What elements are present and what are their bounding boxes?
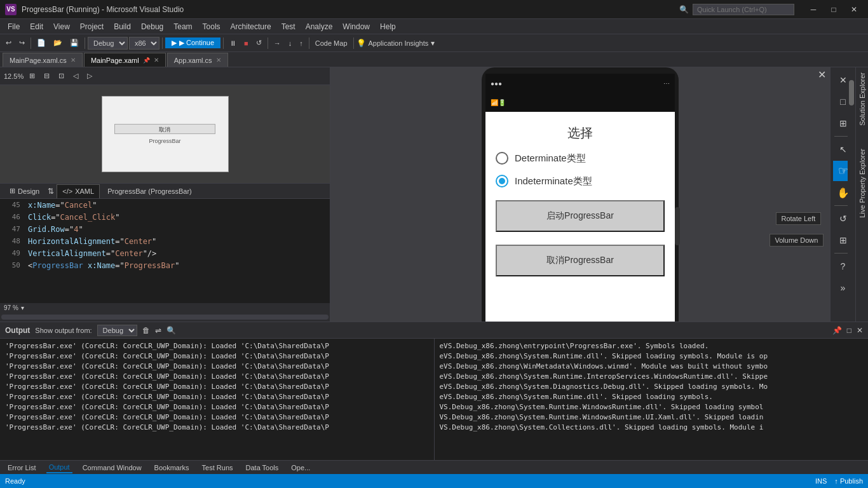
output-find-btn[interactable]: 🔍 [166,326,176,335]
artboard-options[interactable]: ▷ [84,69,95,83]
tab-close-app-cs[interactable]: ✕ [216,57,221,64]
menu-architecture[interactable]: Architecture [226,21,276,32]
output-line-1: 'ProgressBar.exe' (CoreCLR: CoreCLR_UWP_… [5,341,429,351]
platform-select[interactable]: x86 [129,37,159,50]
publish-button[interactable]: ↑ Publish [834,477,863,485]
menu-view[interactable]: View [48,21,75,32]
toolbar-pause[interactable]: ⏸ [226,36,240,50]
output-dock-btn[interactable]: 📌 [832,326,842,335]
output-line-8: 'ProgressBar.exe' (CoreCLR: CoreCLR_UWP_… [5,412,429,423]
grid-snap-btn[interactable]: ⊞ [26,69,38,83]
minimize-button[interactable]: ─ [804,3,822,16]
xaml-tab[interactable]: </> XAML [57,184,100,198]
code-editor[interactable]: 45 x:Name="Cancel" 46 Click="Cancel_Clic… [0,199,330,303]
menu-help[interactable]: Help [375,21,401,32]
output-clear-btn[interactable]: 🗑 [142,326,150,335]
swap-btn[interactable]: ⇅ [48,187,54,196]
zoom-out-btn[interactable]: ◁ [70,69,81,83]
solution-explorer-label[interactable]: Solution Explorer [857,67,867,131]
right-vscroll-track[interactable] [848,67,855,322]
toolbar-step-into[interactable]: ↓ [285,36,295,50]
tab-bookmarks[interactable]: Bookmarks [152,463,192,473]
search-icon: 🔍 [679,5,689,14]
menu-build[interactable]: Build [109,21,136,32]
toolbar-new[interactable]: 📄 [34,36,49,50]
menu-project[interactable]: Project [75,21,109,32]
cancel-progressbar-button[interactable]: 取消ProgressBar [496,245,665,276]
radio-determinate[interactable] [496,152,508,165]
xaml-tag-icon: </> [62,187,72,195]
menu-edit[interactable]: Edit [25,21,48,32]
phone-status-icons: 📶🔋 [491,99,506,106]
tab-ope[interactable]: Ope... [288,463,313,473]
output-right-content: eVS.Debug_x86.zhong\entrypoint\ProgressB… [435,339,869,460]
toolbar: ↩ ↪ 📄 📂 💾 Debug x86 ▶ ▶ Continue ⏸ ■ ↺ →… [0,34,868,52]
close-button[interactable]: ✕ [845,3,863,16]
quicklaunch-area: 🔍 [679,4,794,15]
toolbar-step-out[interactable]: ↑ [296,36,306,50]
tab-close-mainpage-xaml[interactable]: ✕ [154,57,159,64]
left-hscroll[interactable] [0,313,330,322]
menu-analyze[interactable]: Analyze [301,21,338,32]
menu-file[interactable]: File [3,21,25,32]
output-source-select[interactable]: Debug [97,325,137,336]
live-property-label[interactable]: Live Property Explorer [857,144,867,223]
zoom-value: 97 % [4,304,18,311]
right-tools-panel: ✕ □ ⊞ ↖ ☞ ✋ ↺ Rotate Left ⊞ Volume Down … [830,67,855,322]
toolbar-restart[interactable]: ↺ [253,36,265,50]
tab-command-window[interactable]: Command Window [80,463,144,473]
toolbar-open[interactable]: 📂 [50,36,65,50]
zoom-to-fit[interactable]: ⊡ [55,69,67,83]
debug-config-select[interactable]: Debug [88,37,128,50]
tab-test-runs[interactable]: Test Runs [200,463,236,473]
restore-button[interactable]: □ [825,3,843,16]
phone-close-button[interactable]: ✕ [818,69,826,81]
code-line-48: 48 HorizontalAlignment="Center" [0,235,330,247]
continue-button[interactable]: ▶ ▶ Continue [165,37,220,48]
radio-option-indeterminate: Indeterminate类型 [496,175,665,187]
output-close-btn[interactable]: ✕ [857,326,863,335]
main-container: VS ProgressBar (Running) - Microsoft Vis… [0,0,868,488]
tab-app-xaml-cs[interactable]: App.xaml.cs ✕ [167,53,228,67]
output-line-2: 'ProgressBar.exe' (CoreCLR: CoreCLR_UWP_… [5,351,429,362]
document-tabs: MainPage.xaml.cs ✕ MainPage.xaml 📌 ✕ App… [0,52,868,67]
output-panel: Output Show output from: Debug 🗑 ⇌ 🔍 📌 □… [0,322,868,474]
hscroll-thumb[interactable] [1,315,329,320]
tab-error-list[interactable]: Error List [5,463,39,473]
menu-test[interactable]: Test [276,21,301,32]
output-float-btn[interactable]: □ [847,326,851,335]
code-map-button[interactable]: Code Map [312,36,351,50]
toolbar-save[interactable]: 💾 [67,36,82,50]
tab-close-mainpage-cs[interactable]: ✕ [71,57,76,64]
menu-team[interactable]: Team [168,21,197,32]
play-icon: ▶ [172,39,177,47]
application-insights-area: 💡 Application Insights ▾ [356,39,435,48]
output-right-line-7: VS.Debug_x86.zhong\System.Runtime.Window… [440,402,864,412]
ai-dropdown-icon[interactable]: ▾ [431,39,435,48]
radio-option-determinate: Determinate类型 [496,152,665,165]
menu-tools[interactable]: Tools [198,21,226,32]
menu-window[interactable]: Window [337,21,375,32]
toolbar-step-over[interactable]: → [271,36,284,50]
quicklaunch-input[interactable] [693,4,794,15]
editor-output-area: 12.5% ⊞ ⊟ ⊡ ◁ ▷ 取消 ProgressBar [0,67,868,474]
toolbar-redo[interactable]: ↪ [16,36,28,50]
tab-data-tools[interactable]: Data Tools [243,463,281,473]
output-line-3: 'ProgressBar.exe' (CoreCLR: CoreCLR_UWP_… [5,362,429,372]
tab-output[interactable]: Output [46,462,72,473]
output-word-wrap-btn[interactable]: ⇌ [155,326,161,335]
center-panel: ●●● ⋯ 📶🔋 选择 [330,67,830,322]
toolbar-stop[interactable]: ■ [241,36,252,50]
menu-debug[interactable]: Debug [136,21,168,32]
right-vscroll-thumb[interactable] [849,80,854,105]
toolbar-undo[interactable]: ↩ [3,36,15,50]
start-progressbar-button[interactable]: 启动ProgressBar [496,200,665,232]
tab-mainpage-xaml-cs[interactable]: MainPage.xaml.cs ✕ [3,53,83,67]
snap-lines-btn[interactable]: ⊟ [41,69,53,83]
phone-content: 选择 Determinate类型 Indeterminate类型 启动Progr… [485,112,675,322]
design-xaml-tabs: ⊞ Design ⇅ </> XAML ProgressBar (Progres… [0,184,330,199]
tab-mainpage-xaml[interactable]: MainPage.xaml 📌 ✕ [84,53,166,67]
output-tabs: Error List Output Command Window Bookmar… [0,460,868,474]
radio-indeterminate[interactable] [496,175,508,187]
design-tab[interactable]: ⊞ Design [4,184,45,198]
